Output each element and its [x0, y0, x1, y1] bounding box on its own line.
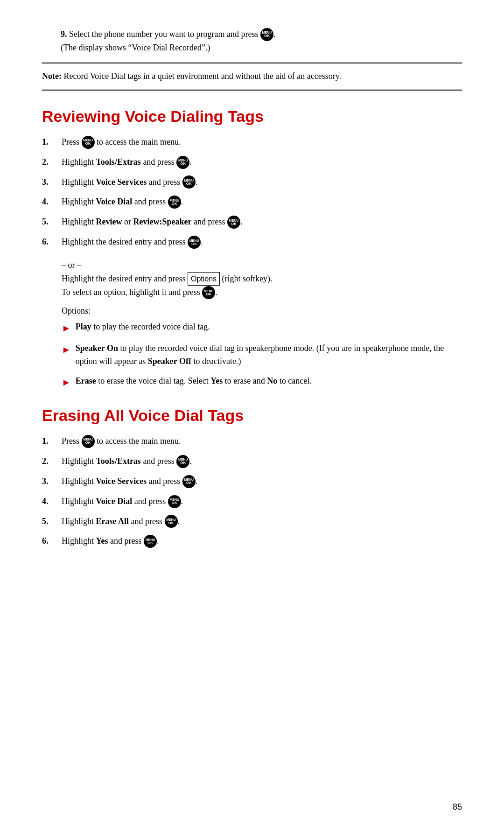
intro-step-9: 9. Select the phone number you want to p…: [42, 28, 462, 54]
erasing-step-3: 3. Highlight Voice Services and press ME…: [42, 475, 462, 489]
erasing-step-4: 4. Highlight Voice Dial and press MENUOK…: [42, 495, 462, 509]
or-line1: Highlight the desired entry and press Op…: [62, 272, 462, 286]
menu-ok-icon-r6: MENUOK: [188, 236, 201, 249]
option-erase: ► Erase to erase the voice dial tag. Sel…: [62, 375, 462, 390]
menu-ok-icon-r2: MENUOK: [176, 156, 189, 169]
reviewing-title: Reviewing Voice Dialing Tags: [42, 107, 462, 126]
erasing-steps-list: 1. Press MENUOK to access the main menu.…: [42, 435, 462, 548]
arrow-icon-speaker: ►: [62, 343, 71, 357]
page-number: 85: [453, 802, 462, 812]
note-label: Note:: [42, 71, 62, 81]
erasing-step-5: 5. Highlight Erase All and press MENUOK.: [42, 515, 462, 529]
note-box: Note: Record Voice Dial tags in a quiet …: [42, 63, 462, 91]
menu-ok-icon-e4: MENUOK: [168, 495, 181, 508]
menu-ok-icon-e6: MENUOK: [144, 535, 157, 548]
or-dash: – or –: [62, 259, 462, 272]
step-9-period: .: [273, 29, 276, 39]
erasing-step-1: 1. Press MENUOK to access the main menu.: [42, 435, 462, 448]
step-9-text: Select the phone number you want to prog…: [69, 29, 260, 39]
menu-ok-icon-r3: MENUOK: [182, 175, 196, 189]
reviewing-steps-list: 1. Press MENUOK to access the main menu.…: [42, 136, 462, 249]
erasing-step-6: 6. Highlight Yes and press MENUOK.: [42, 535, 462, 548]
option-speaker-on: ► Speaker On to play the recorded voice …: [62, 342, 462, 368]
step-9-num: 9.: [61, 29, 67, 39]
menu-ok-icon-or: MENUOK: [202, 286, 215, 299]
reviewing-step-5: 5. Highlight Review or Review:Speaker an…: [42, 216, 462, 229]
menu-ok-icon-r1: MENUOK: [82, 136, 95, 149]
options-list: ► Play to play the recorded voice dial t…: [62, 321, 462, 390]
reviewing-step-4: 4. Highlight Voice Dial and press MENUOK…: [42, 196, 462, 209]
or-block: – or – Highlight the desired entry and p…: [62, 259, 462, 300]
arrow-icon-play: ►: [62, 321, 71, 336]
menu-ok-icon-e1: MENUOK: [82, 435, 95, 448]
options-key: Options: [188, 272, 220, 286]
menu-ok-icon-e5: MENUOK: [165, 515, 178, 528]
reviewing-section: Reviewing Voice Dialing Tags 1. Press ME…: [42, 107, 462, 390]
reviewing-step-3: 3. Highlight Voice Services and press ME…: [42, 176, 462, 189]
erasing-title: Erasing All Voice Dial Tags: [42, 406, 462, 425]
erasing-step-2: 2. Highlight Tools/Extras and press MENU…: [42, 455, 462, 469]
reviewing-step-6: 6. Highlight the desired entry and press…: [42, 236, 462, 249]
erasing-section: Erasing All Voice Dial Tags 1. Press MEN…: [42, 406, 462, 548]
or-line2: To select an option, highlight it and pr…: [62, 286, 462, 300]
option-play: ► Play to play the recorded voice dial t…: [62, 321, 462, 336]
reviewing-step-2: 2. Highlight Tools/Extras and press MENU…: [42, 156, 462, 169]
menu-ok-icon-e3: MENUOK: [182, 475, 196, 488]
menu-ok-icon-r4: MENUOK: [168, 196, 181, 209]
menu-ok-icon: MENUOK: [260, 28, 273, 41]
menu-ok-icon-r5: MENUOK: [227, 216, 240, 229]
arrow-icon-erase: ►: [62, 375, 71, 390]
menu-ok-icon-e2: MENUOK: [176, 455, 189, 468]
step-9-sub: (The display shows “Voice Dial Recorded”…: [61, 43, 210, 52]
options-label: Options:: [62, 306, 462, 316]
reviewing-step-1: 1. Press MENUOK to access the main menu.: [42, 136, 462, 149]
note-text: Record Voice Dial tags in a quiet enviro…: [62, 71, 341, 81]
